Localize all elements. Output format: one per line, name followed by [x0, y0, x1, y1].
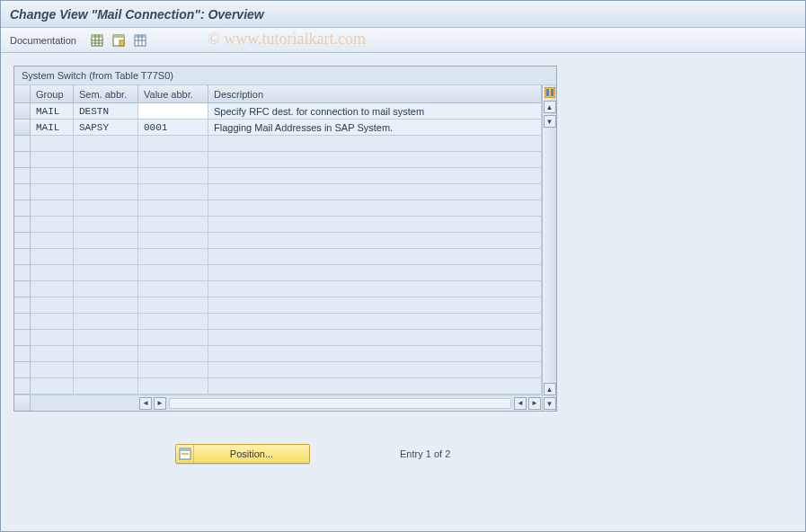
select-all-header[interactable]	[14, 85, 31, 103]
data-grid: Group Sem. abbr. Value abbr. Description…	[14, 85, 542, 411]
cell-group: MAIL	[31, 120, 74, 136]
system-switch-panel: System Switch (from Table T77S0) Group S…	[13, 66, 557, 412]
svg-rect-10	[135, 35, 146, 38]
cell-sem: DESTN	[74, 103, 138, 120]
scroll-left-icon[interactable]: ◄	[514, 397, 527, 410]
svg-rect-14	[545, 87, 555, 98]
table-row	[14, 265, 542, 281]
table-settings-icon[interactable]	[544, 86, 556, 99]
table-row: MAIL SAPSY 0001 Flagging Mail Addresses …	[14, 120, 542, 136]
row-selector[interactable]	[14, 362, 31, 378]
table-row	[14, 314, 542, 330]
row-selector[interactable]	[14, 200, 31, 217]
svg-rect-1	[92, 35, 102, 38]
table-row	[14, 346, 542, 362]
row-selector[interactable]	[14, 233, 31, 249]
table-row	[14, 297, 542, 314]
svg-rect-18	[180, 448, 190, 451]
row-selector[interactable]	[14, 152, 31, 168]
position-icon	[176, 445, 194, 463]
row-selector[interactable]	[14, 346, 31, 362]
table-row	[14, 136, 542, 152]
table-row	[14, 200, 542, 217]
table-row	[14, 281, 542, 297]
row-selector[interactable]	[14, 249, 31, 265]
watermark-text: © www.tutorialkart.com	[208, 30, 366, 49]
content-area: System Switch (from Table T77S0) Group S…	[1, 53, 805, 476]
scroll-right-icon[interactable]: ►	[528, 397, 541, 410]
table-save-icon[interactable]	[111, 32, 127, 49]
titlebar: Change View "Mail Connection": Overview	[1, 1, 805, 28]
svg-rect-16	[551, 89, 554, 96]
table-row	[14, 330, 542, 346]
cell-value-input[interactable]	[138, 103, 208, 120]
table-row	[14, 362, 542, 378]
row-selector[interactable]	[14, 281, 31, 297]
col-header-group[interactable]: Group	[31, 85, 74, 103]
col-header-value[interactable]: Value abbr.	[138, 85, 208, 103]
row-selector[interactable]	[14, 103, 31, 120]
toolbar: Documentation © www.tutorialkart.com	[1, 28, 805, 53]
vertical-scrollbar: ▲ ▼ ▲ ▼	[542, 85, 556, 411]
svg-rect-8	[120, 40, 124, 46]
row-selector[interactable]	[14, 265, 31, 281]
col-header-desc[interactable]: Description	[208, 85, 542, 103]
grid-body: MAIL DESTN Specify RFC dest. for connect…	[14, 103, 542, 395]
row-selector[interactable]	[14, 314, 31, 330]
scroll-up-icon[interactable]: ▲	[544, 383, 556, 395]
svg-rect-15	[546, 89, 549, 96]
bottom-bar: Position... Entry 1 of 2	[13, 444, 793, 464]
documentation-link[interactable]: Documentation	[10, 35, 76, 46]
scroll-right-icon[interactable]: ►	[154, 397, 166, 410]
table-row	[14, 233, 542, 249]
row-selector[interactable]	[14, 120, 31, 136]
cell-desc: Specify RFC dest. for connection to mail…	[208, 103, 542, 120]
table-row	[14, 249, 542, 265]
table-view-icon[interactable]	[89, 32, 105, 49]
row-selector[interactable]	[14, 330, 31, 346]
page-title: Change View "Mail Connection": Overview	[10, 7, 264, 22]
scroll-down-icon[interactable]: ▼	[544, 115, 556, 128]
cell-sem: SAPSY	[74, 120, 138, 136]
table-row	[14, 184, 542, 200]
row-selector[interactable]	[14, 297, 31, 314]
cell-desc: Flagging Mail Addresses in SAP System.	[208, 120, 542, 136]
col-header-sem[interactable]: Sem. abbr.	[74, 85, 138, 103]
table-row	[14, 217, 542, 233]
table-row	[14, 168, 542, 184]
scroll-left-icon[interactable]: ◄	[139, 397, 152, 410]
horizontal-scrollbar: ◄ ► ◄ ►	[14, 395, 542, 411]
svg-rect-7	[113, 35, 124, 38]
table-select-icon[interactable]	[132, 32, 148, 49]
position-button-label: Position...	[194, 448, 309, 459]
cell-value: 0001	[138, 120, 208, 136]
table-row	[14, 152, 542, 168]
row-selector[interactable]	[14, 136, 31, 152]
grid-header: Group Sem. abbr. Value abbr. Description	[14, 85, 542, 103]
table-row	[14, 378, 542, 395]
cell-group: MAIL	[31, 103, 74, 120]
row-selector[interactable]	[14, 168, 31, 184]
table-row: MAIL DESTN Specify RFC dest. for connect…	[14, 103, 542, 120]
row-selector[interactable]	[14, 378, 31, 395]
entry-counter: Entry 1 of 2	[400, 448, 450, 459]
panel-title: System Switch (from Table T77S0)	[14, 66, 556, 85]
scroll-up-icon[interactable]: ▲	[544, 101, 556, 113]
svg-rect-19	[182, 453, 189, 455]
scroll-down-icon[interactable]: ▼	[544, 397, 556, 410]
row-selector[interactable]	[14, 184, 31, 200]
hscroll-track[interactable]	[169, 398, 511, 409]
row-selector[interactable]	[14, 217, 31, 233]
position-button[interactable]: Position...	[175, 444, 310, 464]
